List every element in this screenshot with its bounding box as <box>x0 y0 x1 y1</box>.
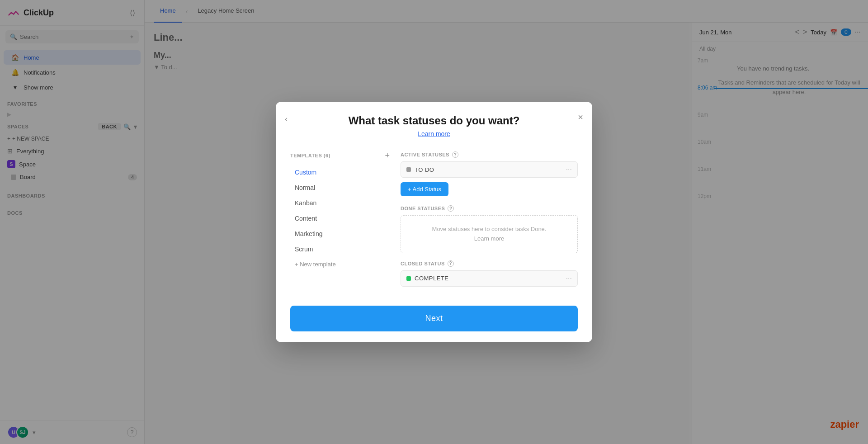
modal-body: TEMPLATES (6) + Custom Normal Kanban Con… <box>276 142 592 298</box>
closed-status-section: CLOSED STATUS ? COMPLETE ··· <box>401 260 578 287</box>
modal-overlay: ‹ What task statuses do you want? Learn … <box>0 0 868 444</box>
add-status-label: + Add Status <box>408 186 441 193</box>
todo-status-name: TO DO <box>415 166 562 173</box>
todo-status-dot <box>406 167 411 172</box>
template-item-normal[interactable]: Normal <box>290 180 390 195</box>
modal-learn-more-link[interactable]: Learn more <box>418 130 450 137</box>
templates-label: TEMPLATES (6) <box>290 153 330 158</box>
done-statuses-help-icon[interactable]: ? <box>448 205 454 212</box>
template-custom-label: Custom <box>295 169 316 176</box>
template-marketing-label: Marketing <box>295 230 322 237</box>
done-statuses-section: DONE STATUSES ? Move statuses here to co… <box>401 205 578 253</box>
add-status-button[interactable]: + Add Status <box>401 182 448 196</box>
next-button[interactable]: Next <box>290 306 578 331</box>
todo-status-more-btn[interactable]: ··· <box>566 165 572 174</box>
closed-status-text: CLOSED STATUS <box>401 261 445 266</box>
template-item-kanban[interactable]: Kanban <box>290 196 390 210</box>
closed-status-label: CLOSED STATUS ? <box>401 260 578 267</box>
templates-add-button[interactable]: + <box>385 151 390 160</box>
template-normal-label: Normal <box>295 184 315 191</box>
template-scrum-label: Scrum <box>295 246 313 253</box>
templates-header: TEMPLATES (6) + <box>290 151 390 160</box>
done-statuses-text: DONE STATUSES <box>401 206 445 211</box>
template-item-custom[interactable]: Custom <box>290 165 390 179</box>
task-statuses-modal: ‹ What task statuses do you want? Learn … <box>276 102 592 342</box>
active-statuses-help-icon[interactable]: ? <box>452 151 458 158</box>
complete-status-row: COMPLETE ··· <box>401 270 578 287</box>
template-item-scrum[interactable]: Scrum <box>290 242 390 256</box>
new-template-button[interactable]: + New template <box>290 257 390 271</box>
closed-status-help-icon[interactable]: ? <box>448 260 454 267</box>
templates-column: TEMPLATES (6) + Custom Normal Kanban Con… <box>290 151 390 289</box>
next-button-label: Next <box>425 314 443 323</box>
complete-status-dot <box>406 276 411 281</box>
template-kanban-label: Kanban <box>295 199 316 207</box>
done-statuses-placeholder: Move statuses here to consider tasks Don… <box>401 215 578 253</box>
complete-status-more-btn[interactable]: ··· <box>566 274 572 283</box>
modal-header: ‹ What task statuses do you want? Learn … <box>276 102 592 142</box>
modal-close-button[interactable]: × <box>578 113 583 122</box>
complete-status-name: COMPLETE <box>415 275 562 282</box>
modal-footer: Next <box>276 298 592 342</box>
template-item-content[interactable]: Content <box>290 211 390 226</box>
statuses-column: ACTIVE STATUSES ? TO DO ··· + Add Status… <box>401 151 578 289</box>
active-statuses-text: ACTIVE STATUSES <box>401 152 449 157</box>
done-placeholder-text: Move statuses here to consider tasks Don… <box>432 226 547 232</box>
template-item-marketing[interactable]: Marketing <box>290 227 390 241</box>
modal-title: What task statuses do you want? <box>290 114 578 127</box>
modal-back-button[interactable]: ‹ <box>285 114 288 124</box>
template-content-label: Content <box>295 215 317 222</box>
new-template-label: + New template <box>295 261 336 268</box>
done-learn-more-link[interactable]: Learn more <box>474 235 504 242</box>
done-statuses-label: DONE STATUSES ? <box>401 205 578 212</box>
todo-status-row: TO DO ··· <box>401 161 578 178</box>
active-statuses-label: ACTIVE STATUSES ? <box>401 151 578 158</box>
